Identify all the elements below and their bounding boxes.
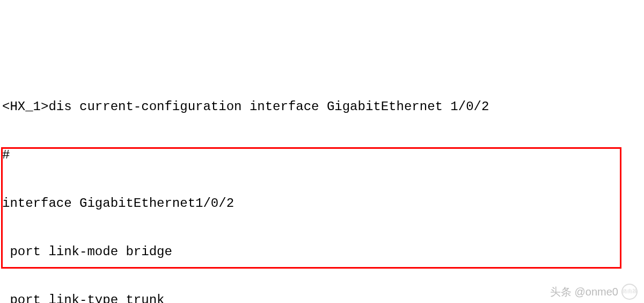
watermark: 头条 @onme0 路由器 xyxy=(550,284,638,300)
watermark-text: 头条 @onme0 xyxy=(550,285,618,299)
terminal-line: port link-type trunk xyxy=(2,292,642,303)
terminal-output[interactable]: <HX_1>dis current-configuration interfac… xyxy=(2,67,642,303)
watermark-logo-icon: 路由器 xyxy=(621,284,638,300)
terminal-line: # xyxy=(2,147,642,163)
terminal-line: <HX_1>dis current-configuration interfac… xyxy=(2,99,642,115)
terminal-line: interface GigabitEthernet1/0/2 xyxy=(2,196,642,212)
terminal-line: port link-mode bridge xyxy=(2,244,642,260)
